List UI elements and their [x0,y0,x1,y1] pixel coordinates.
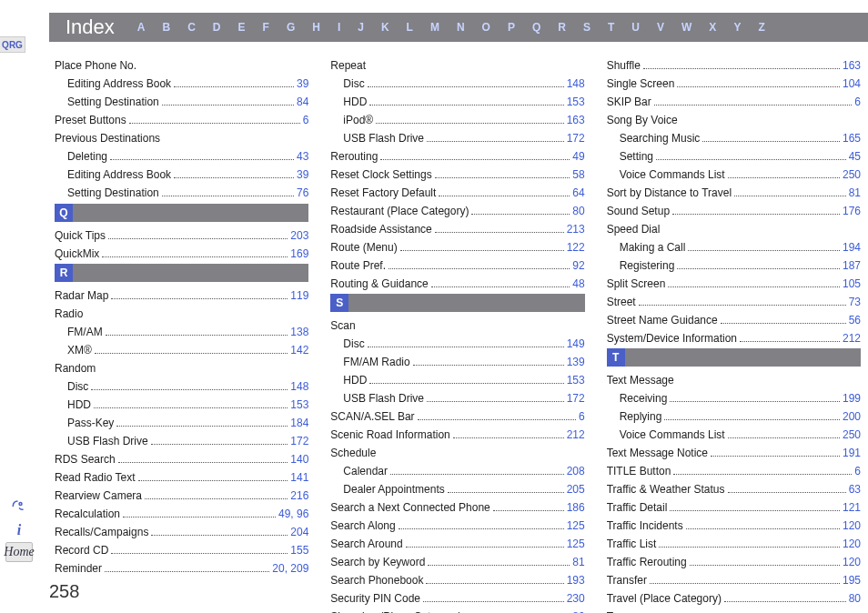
index-letter-k[interactable]: K [381,21,389,34]
index-letter-y[interactable]: Y [733,21,741,34]
page-link[interactable]: 76 [297,185,308,201]
index-letter-e[interactable]: E [238,21,246,34]
index-letter-j[interactable]: J [358,21,364,34]
page-link[interactable]: 176 [843,203,861,219]
page-link[interactable]: 80 [849,590,861,607]
index-letter-i[interactable]: I [338,21,340,34]
index-letter-n[interactable]: N [457,21,465,34]
page-link[interactable]: 120 [843,518,861,534]
page-link[interactable]: 139 [567,354,585,370]
page-link[interactable]: 187 [843,257,861,274]
page-link[interactable]: 163 [843,57,861,74]
info-icon[interactable]: i [5,520,33,540]
index-letter-v[interactable]: V [657,21,664,34]
page-link[interactable]: 6 [854,463,861,479]
page-link[interactable]: 230 [567,590,585,607]
page-link[interactable]: 184 [290,415,308,431]
index-letter-q[interactable]: Q [532,21,540,34]
index-letter-l[interactable]: L [407,21,413,34]
index-letter-s[interactable]: S [583,21,590,34]
page-link[interactable]: 153 [567,94,585,110]
index-letter-a[interactable]: A [137,21,146,34]
page-link[interactable]: 6 [854,94,861,110]
page-link[interactable]: 43 [297,148,308,165]
index-letter-d[interactable]: D [213,21,221,34]
page-link[interactable]: 142 [290,342,308,358]
page-link[interactable]: 165 [843,130,861,146]
page-link[interactable]: 141 [290,469,308,486]
page-link[interactable]: 205 [567,481,585,497]
page-link[interactable]: 172 [290,433,308,449]
index-letter-x[interactable]: X [709,21,716,34]
page-link[interactable]: 6 [579,408,585,425]
page-link[interactable]: 250 [843,427,861,443]
page-link[interactable]: 80 [572,203,584,219]
page-link[interactable]: 48 [572,276,584,292]
page-link[interactable]: 64 [572,185,584,201]
page-link[interactable]: 119 [290,287,308,304]
index-letter-b[interactable]: B [163,21,171,34]
index-letter-u[interactable]: U [631,21,640,34]
page-link[interactable]: 84 [297,94,308,110]
page-link[interactable]: 172 [567,130,585,146]
page-link[interactable]: 163 [567,112,585,128]
page-link[interactable]: 149 [567,336,585,352]
page-link[interactable]: 172 [567,390,585,407]
index-letter-w[interactable]: W [681,21,691,34]
page-link[interactable]: 45 [849,148,861,165]
page-link[interactable]: 212 [567,427,585,443]
index-letter-r[interactable]: R [558,21,566,34]
page-link[interactable]: 216 [290,487,308,504]
page-link[interactable]: 153 [567,372,585,388]
page-link[interactable]: 39 [297,75,308,92]
page-link[interactable]: 73 [849,294,861,310]
page-link[interactable]: 63 [849,481,861,497]
page-link[interactable]: 199 [843,390,861,407]
qrg-tab[interactable]: QRG [0,36,25,53]
page-link[interactable]: 58 [572,166,584,183]
index-letter-z[interactable]: Z [758,21,764,34]
page-link[interactable]: 81 [572,554,584,570]
page-link[interactable]: 56 [849,312,861,328]
index-letter-h[interactable]: H [312,21,320,34]
page-link[interactable]: 121 [843,499,861,516]
page-link[interactable]: 148 [567,75,585,92]
page-link[interactable]: 213 [567,221,585,237]
page-link[interactable]: 200 [843,408,861,425]
page-link[interactable]: 120 [843,554,861,570]
page-link[interactable]: 148 [290,378,308,395]
page-link[interactable]: 250 [843,166,861,183]
page-link[interactable]: 208 [567,463,585,479]
page-link[interactable]: 104 [843,75,861,92]
page-link[interactable]: 140 [290,451,308,467]
index-letter-p[interactable]: P [508,21,515,34]
index-letter-m[interactable]: M [430,21,439,34]
page-link[interactable]: 39 [297,166,308,183]
page-link[interactable]: 191 [843,445,861,461]
page-link[interactable]: 155 [290,542,308,558]
index-letter-t[interactable]: T [608,21,614,34]
home-button[interactable]: Home [5,542,33,562]
page-link[interactable]: 138 [290,324,308,340]
index-letter-f[interactable]: F [263,21,269,34]
page-link[interactable]: 203 [290,227,308,244]
page-link[interactable]: 105 [843,276,861,292]
page-link[interactable]: 6 [303,112,309,128]
index-letter-c[interactable]: C [187,21,196,34]
page-link[interactable]: 169 [290,246,308,262]
page-link[interactable]: 80 [572,608,584,613]
page-link[interactable]: 125 [567,518,585,534]
page-link[interactable]: 204 [290,524,308,540]
page-link[interactable]: 49, 96 [278,506,308,522]
index-letter-g[interactable]: G [287,21,295,34]
page-link[interactable]: 193 [567,572,585,588]
page-link[interactable]: 49 [572,148,584,165]
page-link[interactable]: 122 [567,239,585,256]
page-link[interactable]: 212 [843,330,861,347]
page-link[interactable]: 120 [843,536,861,552]
page-link[interactable]: 153 [290,397,308,413]
page-link[interactable]: 81 [849,185,861,201]
voice-icon[interactable] [5,497,33,517]
page-link[interactable]: 195 [843,572,861,588]
index-letter-o[interactable]: O [482,21,490,34]
